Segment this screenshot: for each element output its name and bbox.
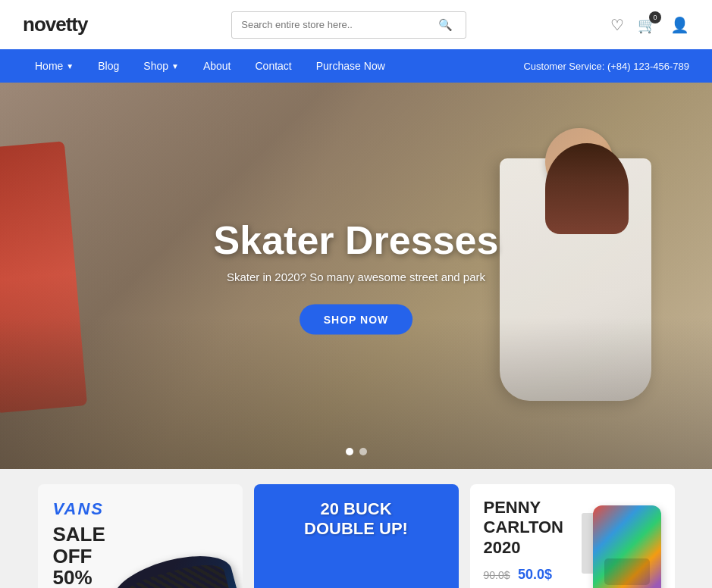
nav-about[interactable]: About: [191, 49, 243, 83]
logo: novetty: [23, 13, 87, 36]
hero-dot-1[interactable]: [346, 448, 353, 455]
buck-title: 20 BUCK DOUBLE UP!: [304, 499, 408, 540]
nav-left: Home ▼ Blog Shop ▼ About Contact Purchas…: [23, 49, 397, 83]
hero-dot-2[interactable]: [359, 448, 367, 455]
penny-title: PENNY CARLTON 2020: [484, 498, 578, 558]
nav-shop[interactable]: Shop ▼: [131, 49, 191, 83]
header-icons: ♡ 🛒 0 👤: [610, 16, 689, 34]
search-input[interactable]: [232, 13, 429, 36]
vans-shoe-image: [114, 560, 235, 588]
skateboard-image-area: SLING: [281, 556, 432, 588]
backpack-pocket: [604, 558, 650, 585]
nav-home[interactable]: Home ▼: [23, 49, 86, 83]
penny-price-area: 90.0$ 50.0$: [484, 567, 578, 583]
penny-card[interactable]: PENNY CARLTON 2020 90.0$ 50.0$: [470, 484, 675, 588]
nav-contact[interactable]: Contact: [243, 49, 304, 83]
hero-subtitle: Skater in 2020? So many awesome street a…: [214, 271, 499, 283]
hero-banner: Skater Dresses Skater in 2020? So many a…: [0, 83, 712, 469]
backpack-image-area: [578, 498, 661, 588]
search-button[interactable]: 🔍: [429, 12, 462, 38]
search-icon: 🔍: [438, 18, 453, 31]
cart-button[interactable]: 🛒 0: [638, 16, 657, 34]
cart-badge: 0: [649, 11, 661, 23]
hero-title: Skater Dresses: [214, 217, 499, 263]
header: novetty 🔍 ♡ 🛒 0 👤: [0, 0, 712, 49]
penny-text-area: PENNY CARLTON 2020 90.0$ 50.0$: [484, 498, 578, 583]
chevron-down-icon: ▼: [66, 62, 74, 70]
heart-icon: ♡: [610, 17, 624, 33]
account-button[interactable]: 👤: [670, 16, 689, 34]
hero-bottom-overlay: [0, 317, 712, 469]
nav-purchase-now[interactable]: Purchase Now: [304, 49, 397, 83]
chevron-down-icon: ▼: [171, 62, 179, 70]
buck-card[interactable]: 20 BUCK DOUBLE UP! SLING: [254, 484, 459, 588]
penny-old-price: 90.0$: [484, 569, 510, 581]
product-cards-section: VANS SALE OFF 50% 20 BUCK DOUBLE UP! SLI…: [0, 469, 712, 588]
nav-blog[interactable]: Blog: [86, 49, 131, 83]
shoe-checkerboard: [118, 558, 232, 588]
penny-new-price: 50.0$: [518, 567, 552, 582]
search-bar: 🔍: [231, 11, 466, 39]
vans-card[interactable]: VANS SALE OFF 50%: [38, 484, 243, 588]
wishlist-button[interactable]: ♡: [610, 16, 624, 34]
hero-hair-shape: [545, 143, 629, 234]
shop-now-button[interactable]: SHOP NOW: [300, 305, 413, 335]
account-icon: 👤: [670, 17, 689, 33]
backpack-body: [593, 505, 661, 588]
vans-brand-logo: VANS: [53, 499, 227, 519]
hero-dots: [346, 448, 367, 455]
navigation: Home ▼ Blog Shop ▼ About Contact Purchas…: [0, 49, 712, 83]
hero-content: Skater Dresses Skater in 2020? So many a…: [214, 217, 499, 335]
customer-service: Customer Service: (+84) 123-456-789: [523, 61, 689, 72]
